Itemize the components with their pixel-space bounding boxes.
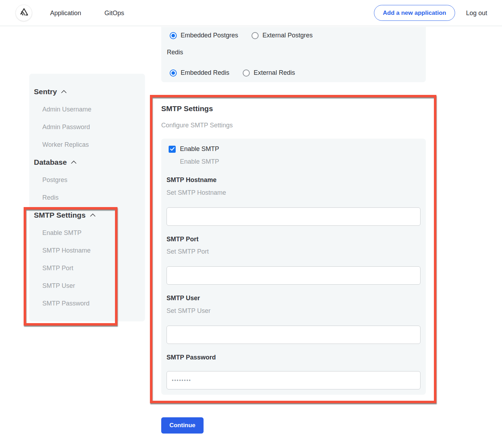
smtp-password-input[interactable] [167, 371, 421, 389]
option-embedded-postgres: Embedded Postgres [170, 32, 238, 39]
option-embedded-redis: Embedded Redis [170, 69, 229, 77]
sidebar-item-postgres[interactable]: Postgres [29, 171, 145, 189]
smtp-card-subtitle: Configure SMTP Settings [161, 122, 233, 129]
sidebar-group-smtp-settings[interactable]: SMTP Settings [29, 206, 145, 224]
smtp-port-label: SMTP Port [167, 236, 199, 243]
sidebar-group-title: SMTP Settings [34, 211, 86, 219]
sidebar-group-title: Database [34, 158, 67, 167]
smtp-settings-panel: Enable SMTP Enable SMTP SMTP Hostname Se… [161, 139, 426, 395]
sidebar-item-smtp-password[interactable]: SMTP Password [29, 295, 145, 312]
radio-label: Embedded Postgres [181, 32, 238, 39]
sidebar-item-admin-password[interactable]: Admin Password [29, 118, 145, 136]
smtp-user-input[interactable] [167, 326, 421, 344]
radio-label: External Postgres [262, 32, 313, 39]
smtp-hostname-label: SMTP Hostname [167, 176, 217, 184]
chevron-up-icon [71, 161, 77, 164]
radio-external-postgres[interactable] [252, 32, 259, 39]
enable-smtp-checkbox[interactable] [169, 146, 176, 153]
enable-smtp-help: Enable SMTP [180, 158, 219, 165]
sidebar-item-enable-smtp[interactable]: Enable SMTP [29, 224, 145, 242]
sidebar-group-database[interactable]: Database [29, 153, 145, 171]
sidebar-item-admin-username[interactable]: Admin Username [29, 101, 145, 118]
chevron-up-icon [90, 213, 96, 217]
smtp-password-label: SMTP Password [167, 354, 216, 361]
option-external-redis: External Redis [243, 69, 295, 77]
add-new-application-button[interactable]: Add a new application [374, 5, 455, 21]
nav-link-gitops[interactable]: GitOps [104, 0, 124, 26]
enable-smtp-row: Enable SMTP [169, 145, 219, 153]
smtp-hostname-help: Set SMTP Hostname [167, 189, 226, 196]
smtp-hostname-input[interactable] [167, 207, 421, 226]
redis-radio-group: Embedded Redis External Redis [170, 69, 295, 77]
smtp-user-help: Set SMTP User [167, 307, 211, 315]
enable-smtp-label: Enable SMTP [180, 145, 219, 153]
radio-embedded-redis[interactable] [170, 69, 177, 77]
option-external-postgres: External Postgres [252, 32, 313, 39]
top-navbar: Application GitOps Add a new application… [0, 0, 502, 26]
smtp-card-title: SMTP Settings [161, 104, 213, 113]
sidebar-item-smtp-user[interactable]: SMTP User [29, 277, 145, 295]
nav-link-application[interactable]: Application [50, 0, 81, 26]
smtp-port-input[interactable] [167, 266, 421, 285]
sidebar-group-sentry[interactable]: Sentry [29, 83, 145, 101]
page: Application GitOps Add a new application… [0, 0, 502, 448]
smtp-port-help: Set SMTP Port [167, 248, 209, 255]
checkmark-icon [170, 146, 175, 152]
smtp-user-label: SMTP User [167, 295, 200, 302]
sidebar-group-title: Sentry [34, 87, 57, 96]
redis-section-label: Redis [167, 49, 183, 56]
sentry-logo[interactable] [16, 5, 32, 21]
config-sidebar: Sentry Admin Username Admin Password Wor… [29, 74, 145, 321]
radio-embedded-postgres[interactable] [170, 32, 177, 39]
logout-link[interactable]: Log out [466, 0, 487, 26]
radio-label: Embedded Redis [181, 69, 229, 77]
postgres-radio-group: Embedded Postgres External Postgres [170, 32, 313, 39]
sentry-logo-icon [19, 7, 29, 19]
database-config-panel: Embedded Postgres External Postgres Redi… [161, 27, 426, 82]
sidebar-item-worker-replicas[interactable]: Worker Replicas [29, 136, 145, 153]
sidebar-item-redis[interactable]: Redis [29, 189, 145, 206]
radio-label: External Redis [254, 69, 295, 77]
sidebar-item-smtp-port[interactable]: SMTP Port [29, 259, 145, 277]
sidebar-item-smtp-hostname[interactable]: SMTP Hostname [29, 242, 145, 259]
continue-button[interactable]: Continue [161, 417, 204, 434]
chevron-up-icon [61, 90, 67, 93]
radio-external-redis[interactable] [243, 69, 250, 77]
